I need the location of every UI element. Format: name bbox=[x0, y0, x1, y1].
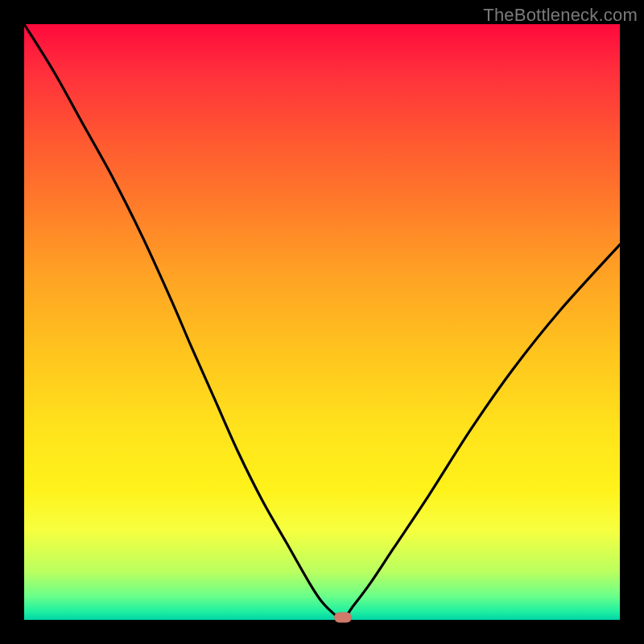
plot-area bbox=[24, 24, 620, 620]
optimal-marker bbox=[334, 613, 352, 623]
watermark-text: TheBottleneck.com bbox=[483, 5, 638, 26]
bottleneck-curve bbox=[24, 24, 620, 620]
chart-frame: TheBottleneck.com bbox=[0, 0, 644, 644]
